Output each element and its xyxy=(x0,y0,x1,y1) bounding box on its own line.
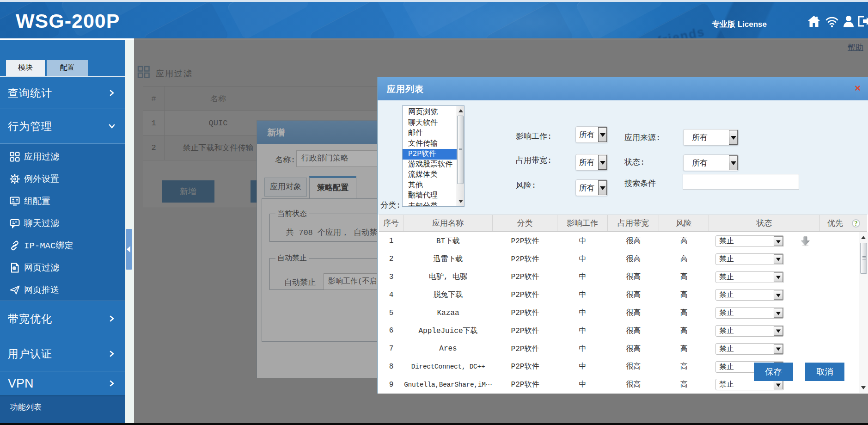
bandwidth-filter-select[interactable]: 所有 xyxy=(575,154,608,171)
source-filter-select[interactable]: 所有 xyxy=(683,129,739,146)
cell-category: P2P软件 xyxy=(493,358,557,376)
user-icon[interactable] xyxy=(842,14,856,28)
group-icon xyxy=(10,196,20,206)
sidebar-item-web-filter[interactable]: 网页过滤 xyxy=(0,257,125,279)
app-logo: WSG-200P xyxy=(16,10,120,32)
status-select[interactable]: 禁止 xyxy=(715,325,784,337)
app-table-row[interactable]: 2 迅雷下载 P2P软件 中 很高 高 禁止 xyxy=(379,250,867,268)
listbox-option[interactable]: 流媒体类 xyxy=(403,170,464,180)
sidebar-item-exception-settings[interactable]: 例外设置 xyxy=(0,168,125,190)
sidebar-collapse-handle[interactable] xyxy=(126,229,132,270)
sidebar-item-query-stats[interactable]: 查询统计 xyxy=(0,77,125,109)
cell-category: P2P软件 xyxy=(493,322,557,340)
cancel-button[interactable]: 取消 xyxy=(805,363,844,381)
sidebar-item-chat-filter[interactable]: 聊天过滤 xyxy=(0,212,125,234)
search-input[interactable] xyxy=(683,174,799,190)
dropdown-arrow-icon[interactable] xyxy=(598,180,607,195)
listbox-option[interactable]: 游戏股票软件 xyxy=(403,160,464,170)
listbox-option[interactable]: 聊天软件 xyxy=(403,118,464,129)
app-table-row[interactable]: 3 电驴, 电骡 P2P软件 中 很高 高 禁止 xyxy=(379,268,867,286)
dropdown-arrow-icon[interactable] xyxy=(598,127,607,142)
dropdown-arrow-icon[interactable] xyxy=(729,130,738,145)
impact-filter-select[interactable]: 所有 xyxy=(575,126,608,143)
status-select[interactable]: 禁止 xyxy=(715,343,784,355)
scroll-up-icon[interactable] xyxy=(861,236,866,239)
status-select[interactable]: 禁止 xyxy=(715,235,784,247)
dropdown-arrow-icon[interactable] xyxy=(774,290,783,300)
app-table-row[interactable]: 8 DirectConnect, DC++ P2P软件 中 很高 高 禁止 xyxy=(379,358,867,376)
save-button[interactable]: 保存 xyxy=(754,363,793,381)
app-table-row[interactable]: 5 Kazaa P2P软件 中 很高 高 禁止 xyxy=(379,304,867,322)
app-table-row[interactable]: 1 BT下载 P2P软件 中 很高 高 禁止 xyxy=(379,232,867,250)
app-table-row[interactable]: 4 脱兔下载 P2P软件 中 很高 高 禁止 xyxy=(379,286,867,304)
listbox-option[interactable]: 未知分类 xyxy=(403,201,464,207)
sidebar-item-web-push[interactable]: 网页推送 xyxy=(0,279,125,301)
cell-impact: 中 xyxy=(557,304,608,322)
sidebar-footer[interactable]: 功能列表 xyxy=(0,395,125,423)
source-filter-label: 应用来源: xyxy=(624,132,660,143)
cell-name: Ares xyxy=(403,340,493,358)
app-table-row[interactable]: 7 Ares P2P软件 中 很高 高 禁止 xyxy=(379,340,867,358)
scroll-up-icon[interactable] xyxy=(458,109,463,112)
cell-no: 6 xyxy=(379,322,403,340)
dropdown-arrow-icon[interactable] xyxy=(729,155,738,170)
status-select[interactable]: 禁止 xyxy=(715,253,784,265)
modal-titlebar: 应用列表 × xyxy=(378,77,868,100)
sidebar-item-label: 例外设置 xyxy=(24,173,59,185)
sidebar-item-vpn[interactable]: VPN xyxy=(0,371,125,395)
scrollbar-thumb[interactable] xyxy=(457,116,464,184)
cell-risk: 高 xyxy=(659,232,709,250)
scrollbar-thumb[interactable] xyxy=(860,243,867,274)
cell-name: DirectConnect, DC++ xyxy=(403,358,493,376)
scroll-down-icon[interactable] xyxy=(458,200,463,203)
listbox-option[interactable]: 网页浏览 xyxy=(403,107,464,118)
priority-down-arrow-icon[interactable] xyxy=(800,236,811,246)
wifi-icon[interactable] xyxy=(825,14,839,28)
dropdown-arrow-icon[interactable] xyxy=(774,308,783,318)
category-listbox[interactable]: 网页浏览 聊天软件 邮件 文件传输 P2P软件 游戏股票软件 流媒体类 其他 翻… xyxy=(402,105,465,207)
dropdown-arrow-icon[interactable] xyxy=(774,380,783,389)
dropdown-arrow-icon[interactable] xyxy=(774,344,783,354)
select-value: 所有 xyxy=(576,154,598,170)
sidebar-item-label: 网页过滤 xyxy=(24,262,59,274)
sidebar-item-user-auth[interactable]: 用户认证 xyxy=(0,336,125,371)
status-select[interactable]: 禁止 xyxy=(715,289,784,301)
sidebar-item-ip-mac-binding[interactable]: IP-MAC绑定 xyxy=(0,234,125,257)
status-select[interactable]: 禁止 xyxy=(715,307,784,319)
home-icon[interactable] xyxy=(807,14,821,28)
risk-filter-select[interactable]: 所有 xyxy=(575,179,608,196)
listbox-option[interactable]: 文件传输 xyxy=(403,139,464,149)
listbox-option[interactable]: 其他 xyxy=(403,180,464,191)
app-table-row[interactable]: 9 Gnutella,BearShare,iM⋯ P2P软件 中 很高 高 禁止 xyxy=(379,376,867,394)
app-table-header: 序号 应用名称 分类 影响工作 占用带宽 风险 状态 优先 ? xyxy=(379,215,867,232)
close-icon[interactable]: × xyxy=(855,82,861,94)
sidebar-item-bandwidth-opt[interactable]: 带宽优化 xyxy=(0,301,125,336)
cell-impact: 中 xyxy=(557,232,608,250)
sidebar-tab-config[interactable]: 配置 xyxy=(47,60,88,76)
sidebar-item-label: 聊天过滤 xyxy=(24,217,59,229)
status-select[interactable]: 禁止 xyxy=(715,271,784,283)
sidebar-item-app-filter[interactable]: 应用过滤 xyxy=(0,146,125,168)
dropdown-arrow-icon[interactable] xyxy=(598,155,607,170)
logout-icon[interactable] xyxy=(856,14,868,28)
dropdown-arrow-icon[interactable] xyxy=(774,254,783,264)
listbox-option[interactable]: 邮件 xyxy=(403,128,464,139)
dropdown-arrow-icon[interactable] xyxy=(774,272,783,282)
select-value: 禁止 xyxy=(719,236,734,246)
modal-scrollbar[interactable] xyxy=(859,232,868,393)
listbox-option-selected[interactable]: P2P软件 xyxy=(403,149,464,160)
app-table-row[interactable]: 6 AppleJuice下载 P2P软件 中 很高 高 禁止 xyxy=(379,322,867,340)
listbox-scrollbar[interactable] xyxy=(457,106,464,206)
help-question-icon[interactable]: ? xyxy=(852,219,860,228)
sidebar-tab-module[interactable]: 模块 xyxy=(6,60,45,76)
cell-bandwidth: 很高 xyxy=(608,232,659,250)
cell-no: 9 xyxy=(379,376,403,394)
dropdown-arrow-icon[interactable] xyxy=(774,326,783,336)
scroll-down-icon[interactable] xyxy=(861,386,866,389)
sidebar-item-behavior-mgmt[interactable]: 行为管理 xyxy=(0,109,125,144)
listbox-option[interactable]: 翻墙代理 xyxy=(403,191,464,201)
status-filter-select[interactable]: 所有 xyxy=(683,154,739,171)
sidebar-item-label: IP-MAC绑定 xyxy=(24,240,73,252)
sidebar-item-group-config[interactable]: 组配置 xyxy=(0,190,125,212)
dropdown-arrow-icon[interactable] xyxy=(774,236,783,246)
